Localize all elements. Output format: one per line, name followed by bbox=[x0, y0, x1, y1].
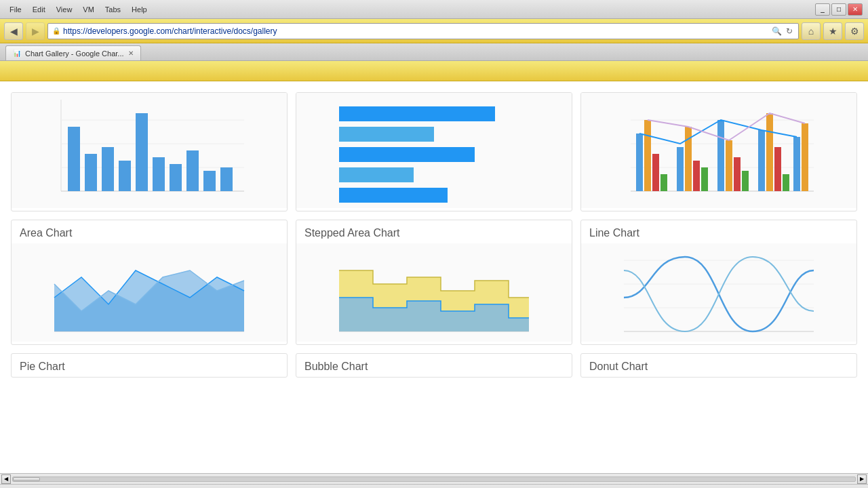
svg-rect-8 bbox=[102, 147, 114, 191]
bubble-chart-title: Bubble Chart bbox=[296, 354, 572, 377]
address-actions: 🔍 ↻ bbox=[770, 26, 794, 36]
scroll-track[interactable] bbox=[12, 476, 856, 482]
svg-rect-34 bbox=[701, 167, 708, 191]
svg-rect-11 bbox=[153, 157, 165, 191]
donut-chart-title: Donut Chart bbox=[581, 354, 856, 377]
svg-rect-7 bbox=[85, 154, 97, 191]
svg-rect-31 bbox=[677, 147, 684, 191]
maximize-button[interactable]: □ bbox=[831, 3, 846, 16]
svg-rect-44 bbox=[802, 123, 808, 191]
svg-rect-43 bbox=[793, 137, 800, 191]
svg-rect-19 bbox=[339, 147, 475, 162]
menu-help[interactable]: Help bbox=[127, 4, 151, 15]
active-tab[interactable]: 📊 Chart Gallery - Google Char... ✕ bbox=[5, 45, 141, 60]
stepped-area-chart-card[interactable]: Stepped Area Chart bbox=[296, 220, 572, 345]
svg-rect-35 bbox=[717, 120, 724, 191]
svg-rect-14 bbox=[203, 171, 216, 191]
svg-rect-30 bbox=[660, 174, 667, 191]
svg-rect-36 bbox=[726, 140, 732, 191]
address-bar[interactable]: 🔒 https://developers.google.com/chart/in… bbox=[47, 23, 799, 39]
horizontal-bar-chart-card[interactable] bbox=[296, 92, 572, 211]
svg-rect-42 bbox=[783, 174, 789, 191]
line-chart-card[interactable]: Line Chart bbox=[580, 220, 857, 345]
svg-rect-38 bbox=[742, 171, 749, 191]
tab-bar: 📊 Chart Gallery - Google Char... ✕ bbox=[0, 43, 868, 61]
horizontal-bar-chart-preview bbox=[296, 93, 572, 208]
svg-rect-41 bbox=[774, 147, 781, 191]
refresh-button[interactable]: ↻ bbox=[785, 26, 794, 36]
svg-rect-21 bbox=[339, 188, 448, 203]
pie-chart-title: Pie Chart bbox=[12, 354, 287, 377]
svg-rect-9 bbox=[119, 161, 131, 191]
window-controls[interactable]: _ □ ✕ bbox=[815, 3, 863, 16]
scroll-right-button[interactable]: ▶ bbox=[857, 474, 867, 484]
svg-rect-10 bbox=[136, 113, 148, 191]
svg-rect-6 bbox=[68, 127, 80, 191]
line-chart-title: Line Chart bbox=[581, 220, 856, 243]
scroll-left-button[interactable]: ◀ bbox=[1, 474, 11, 484]
tab-label: Chart Gallery - Google Char... bbox=[25, 49, 124, 58]
combo-chart-preview bbox=[581, 93, 856, 208]
horizontal-scrollbar[interactable]: ◀ ▶ bbox=[0, 473, 868, 484]
stepped-area-chart-title: Stepped Area Chart bbox=[296, 220, 572, 243]
stepped-area-chart-preview bbox=[296, 243, 572, 342]
main-content: Area Chart Stepped Area Chart bbox=[0, 81, 868, 473]
security-icon: 🔒 bbox=[52, 27, 60, 35]
area-chart-title: Area Chart bbox=[12, 220, 287, 243]
svg-rect-12 bbox=[170, 164, 182, 191]
svg-rect-40 bbox=[766, 113, 773, 191]
url-text[interactable]: https://developers.google.com/chart/inte… bbox=[63, 26, 768, 36]
chart-gallery: Area Chart Stepped Area Chart bbox=[11, 92, 857, 378]
bar-chart-preview bbox=[12, 93, 287, 208]
svg-rect-13 bbox=[186, 150, 199, 191]
svg-rect-17 bbox=[339, 106, 495, 121]
toolbar bbox=[0, 61, 868, 81]
svg-rect-27 bbox=[636, 134, 643, 191]
svg-rect-33 bbox=[693, 161, 700, 191]
menu-file[interactable]: File bbox=[5, 4, 26, 15]
svg-rect-37 bbox=[734, 157, 741, 191]
svg-rect-18 bbox=[339, 127, 434, 142]
title-bar: File Edit View VM Tabs Help _ □ ✕ bbox=[0, 0, 868, 19]
forward-button[interactable]: ▶ bbox=[26, 22, 45, 40]
menu-bar[interactable]: File Edit View VM Tabs Help bbox=[5, 4, 151, 15]
donut-chart-card[interactable]: Donut Chart bbox=[580, 353, 857, 378]
svg-rect-29 bbox=[652, 154, 659, 191]
area-chart-preview bbox=[12, 243, 287, 342]
svg-rect-20 bbox=[339, 167, 414, 182]
line-chart-preview bbox=[581, 243, 856, 342]
scroll-thumb[interactable] bbox=[13, 477, 40, 481]
combo-chart-card[interactable] bbox=[580, 92, 857, 211]
bubble-chart-card[interactable]: Bubble Chart bbox=[296, 353, 572, 378]
close-button[interactable]: ✕ bbox=[848, 3, 863, 16]
menu-edit[interactable]: Edit bbox=[28, 4, 50, 15]
svg-rect-15 bbox=[220, 167, 233, 191]
svg-rect-39 bbox=[758, 130, 765, 191]
tab-favicon: 📊 bbox=[13, 49, 21, 57]
menu-view[interactable]: View bbox=[52, 4, 77, 15]
menu-vm[interactable]: VM bbox=[79, 4, 98, 15]
status-bar: Done bbox=[0, 484, 868, 488]
navigation-bar: ◀ ▶ 🔒 https://developers.google.com/char… bbox=[0, 19, 868, 43]
bar-chart-card[interactable] bbox=[11, 92, 288, 211]
home-button[interactable]: ⌂ bbox=[802, 22, 821, 40]
menu-tabs[interactable]: Tabs bbox=[101, 4, 125, 15]
tools-button[interactable]: ⚙ bbox=[845, 22, 864, 40]
tab-close-button[interactable]: ✕ bbox=[128, 49, 134, 57]
pie-chart-card[interactable]: Pie Chart bbox=[11, 353, 288, 378]
favorites-button[interactable]: ★ bbox=[823, 22, 842, 40]
svg-rect-32 bbox=[685, 127, 692, 191]
svg-rect-28 bbox=[644, 120, 651, 191]
area-chart-card[interactable]: Area Chart bbox=[11, 220, 288, 345]
search-button[interactable]: 🔍 bbox=[770, 26, 783, 36]
minimize-button[interactable]: _ bbox=[815, 3, 830, 16]
back-button[interactable]: ◀ bbox=[4, 22, 23, 40]
